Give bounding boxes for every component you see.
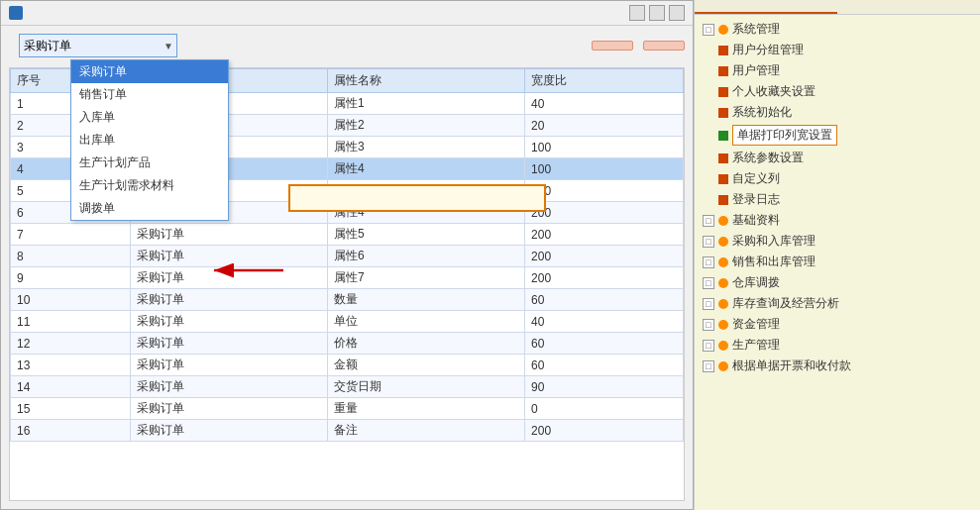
green-square-icon <box>718 131 728 141</box>
tree-item[interactable]: 单据打印列宽设置 <box>703 123 972 148</box>
tree-item-label: 基础资料 <box>732 212 780 229</box>
table-row[interactable]: 14 采购订单 交货日期 90 <box>11 376 684 398</box>
dropdown-list: 采购订单 销售订单 入库单 出库单 生产计划产品 生产计划需求材料 调拨单 <box>70 59 229 221</box>
table-row[interactable]: 12 采购订单 价格 60 <box>11 333 684 355</box>
title-controls <box>629 5 685 21</box>
title-bar <box>1 1 693 26</box>
table-row[interactable]: 8 采购订单 属性6 200 <box>11 246 684 267</box>
cell-attr: 属性6 <box>327 246 524 267</box>
orange-dot-icon <box>718 257 728 267</box>
table-row[interactable]: 9 采购订单 属性7 200 <box>11 267 684 289</box>
cell-width: 100 <box>525 137 684 158</box>
orange-square-icon <box>718 108 728 118</box>
orange-square-icon <box>718 87 728 97</box>
expand-icon[interactable]: □ <box>703 298 714 310</box>
tree-item-label: 单据打印列宽设置 <box>732 125 837 146</box>
table-row[interactable]: 15 采购订单 重量 0 <box>11 398 684 420</box>
cell-seq: 14 <box>11 376 131 398</box>
save-button[interactable] <box>643 41 685 51</box>
tree-item-label: 库存查询及经营分析 <box>732 295 839 312</box>
tree-item[interactable]: □ 根据单据开票和收付款 <box>703 356 972 376</box>
cell-attr: 重量 <box>327 398 524 420</box>
tab-navigation[interactable] <box>695 0 837 14</box>
expand-icon[interactable]: □ <box>703 24 714 36</box>
panel-tree: □ 系统管理用户分组管理用户管理个人收藏夹设置系统初始化单据打印列宽设置系统参数… <box>695 15 980 510</box>
cell-seq: 9 <box>11 267 131 289</box>
tree-item[interactable]: □ 销售和出库管理 <box>703 252 972 272</box>
tree-item-label: 登录日志 <box>732 191 780 208</box>
orange-square-icon <box>718 46 728 55</box>
cell-width: 200 <box>525 224 684 246</box>
tree-item-label: 系统管理 <box>732 21 780 38</box>
tree-item[interactable]: 登录日志 <box>703 189 972 210</box>
tree-item[interactable]: 自定义列 <box>703 168 972 189</box>
col-header-width: 宽度比 <box>525 69 684 93</box>
expand-icon[interactable]: □ <box>703 277 714 289</box>
expand-icon[interactable]: □ <box>703 319 714 331</box>
doc-type-select[interactable]: 采购订单 销售订单 入库单 出库单 生产计划产品 生产计划需求材料 调拨单 <box>19 34 177 57</box>
cell-attr: 属性1 <box>327 93 524 115</box>
orange-square-icon <box>718 66 728 76</box>
expand-icon[interactable]: □ <box>703 215 714 227</box>
tree-item[interactable]: 用户管理 <box>703 60 972 81</box>
tree-item[interactable]: 系统初始化 <box>703 102 972 123</box>
expand-icon[interactable]: □ <box>703 236 714 248</box>
cell-width: 100 <box>525 180 684 202</box>
table-row[interactable]: 13 采购订单 金额 60 <box>11 355 684 376</box>
cell-width: 60 <box>525 289 684 311</box>
maximize-button[interactable] <box>649 5 665 21</box>
tree-item-label: 根据单据开票和收付款 <box>732 357 851 374</box>
dropdown-item-4[interactable]: 生产计划产品 <box>71 152 228 174</box>
cell-attr: 金额 <box>327 355 524 376</box>
table-row[interactable]: 11 采购订单 单位 40 <box>11 311 684 333</box>
dropdown-item-5[interactable]: 生产计划需求材料 <box>71 174 228 197</box>
tree-item[interactable]: 系统参数设置 <box>703 148 972 168</box>
dropdown-item-0[interactable]: 采购订单 <box>71 60 228 83</box>
dialog-body: 采购订单 销售订单 入库单 出库单 生产计划产品 生产计划需求材料 调拨单 ▼ … <box>1 26 693 509</box>
cell-seq: 13 <box>11 355 131 376</box>
cell-width: 200 <box>525 420 684 442</box>
tree-item[interactable]: □ 仓库调拨 <box>703 272 972 293</box>
cell-attr: 交货日期 <box>327 376 524 398</box>
dropdown-item-2[interactable]: 入库单 <box>71 106 228 129</box>
tree-item[interactable]: □ 库存查询及经营分析 <box>703 293 972 314</box>
orange-dot-icon <box>718 361 728 371</box>
table-row[interactable]: 16 采购订单 备注 200 <box>11 420 684 442</box>
orange-dot-icon <box>718 278 728 288</box>
expand-icon[interactable]: □ <box>703 360 714 372</box>
dropdown-item-1[interactable]: 销售订单 <box>71 83 228 106</box>
tree-item[interactable]: 个人收藏夹设置 <box>703 81 972 102</box>
tree-item-label: 系统初始化 <box>732 104 792 121</box>
tree-item[interactable]: □ 系统管理 <box>703 19 972 40</box>
dropdown-item-3[interactable]: 出库单 <box>71 129 228 152</box>
cell-width: 200 <box>525 246 684 267</box>
tree-item-label: 用户分组管理 <box>732 42 804 58</box>
cell-seq: 11 <box>11 311 131 333</box>
tree-item-label: 用户管理 <box>732 62 780 79</box>
tree-item[interactable]: □ 生产管理 <box>703 335 972 356</box>
cell-seq: 10 <box>11 289 131 311</box>
table-row[interactable]: 10 采购订单 数量 60 <box>11 289 684 311</box>
tree-item[interactable]: 用户分组管理 <box>703 40 972 60</box>
app-icon <box>9 6 23 20</box>
expand-icon[interactable]: □ <box>703 256 714 268</box>
close-button[interactable] <box>669 5 685 21</box>
cell-width: 20 <box>525 115 684 137</box>
minimize-button[interactable] <box>629 5 645 21</box>
dropdown-item-6[interactable]: 调拨单 <box>71 197 228 220</box>
tree-item[interactable]: □ 基础资料 <box>703 210 972 231</box>
cell-attr: 属性3 <box>327 137 524 158</box>
cell-width: 40 <box>525 311 684 333</box>
tree-item[interactable]: □ 采购和入库管理 <box>703 231 972 252</box>
orange-square-icon <box>718 153 728 163</box>
doc-type-select-wrapper: 采购订单 销售订单 入库单 出库单 生产计划产品 生产计划需求材料 调拨单 ▼ <box>19 34 177 57</box>
refresh-button[interactable] <box>592 41 633 51</box>
cell-type: 采购订单 <box>130 311 327 333</box>
table-row[interactable]: 7 采购订单 属性5 200 <box>11 224 684 246</box>
cell-attr: 单位 <box>327 311 524 333</box>
cell-type: 采购订单 <box>130 289 327 311</box>
cell-type: 采购订单 <box>130 224 327 246</box>
tab-favorites[interactable] <box>837 0 980 14</box>
tree-item[interactable]: □ 资金管理 <box>703 314 972 335</box>
expand-icon[interactable]: □ <box>703 340 714 352</box>
